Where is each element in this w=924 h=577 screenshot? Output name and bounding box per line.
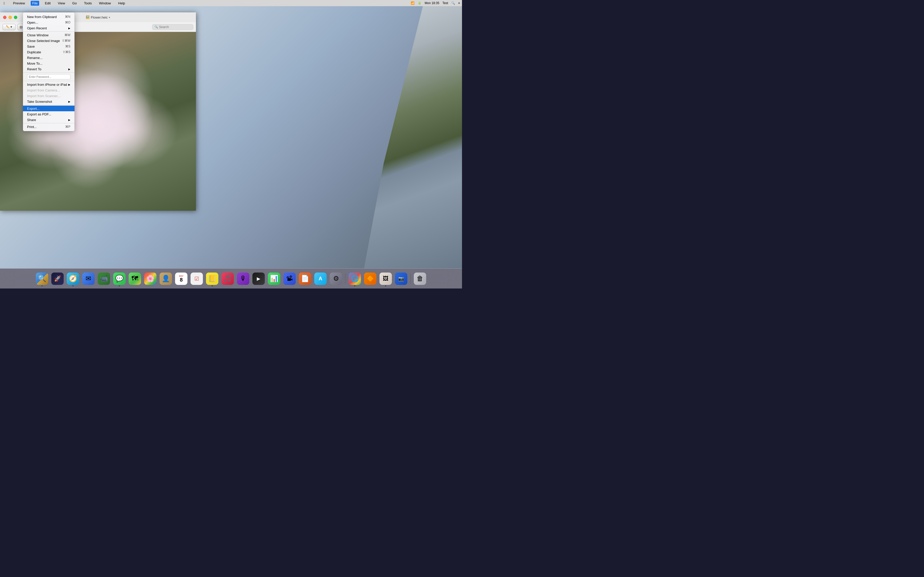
dock-item-messages[interactable]: 💬	[112, 271, 127, 286]
dock-separator	[345, 274, 346, 284]
menu-item-open-recent[interactable]: Open Recent ▶	[23, 25, 74, 31]
dock-separator-2	[410, 274, 411, 284]
menu-section-file-ops: Close Window ⌘W Close Selected Image ⇧⌘W…	[23, 31, 74, 73]
dock-item-settings[interactable]: ⚙	[329, 271, 343, 286]
search-input[interactable]	[159, 25, 191, 29]
menu-item-rename[interactable]: Rename...	[23, 55, 74, 61]
dock-item-numbers[interactable]: 📊	[267, 271, 281, 286]
search-icon[interactable]: 🔍	[451, 1, 455, 5]
dock-item-preview[interactable]: 🖼	[378, 271, 393, 286]
safari-dot	[73, 285, 73, 287]
dock-item-reminders[interactable]: ☑	[189, 271, 204, 286]
photos-icon: 🌸	[144, 272, 157, 285]
menu-item-close-window[interactable]: Close Window ⌘W	[23, 32, 74, 38]
chrome-icon: 🌐	[349, 272, 361, 285]
markup-button[interactable]: ✏️ ▾	[3, 24, 16, 30]
dock-item-maps[interactable]: 🗺	[128, 271, 142, 286]
close-button[interactable]	[3, 16, 6, 19]
dock-item-quicktime[interactable]: 📷	[394, 271, 409, 286]
password-input-area	[23, 73, 74, 81]
keynote-icon: 📽	[283, 272, 296, 285]
pages-icon: 📄	[299, 272, 311, 285]
messages-icon: 💬	[113, 272, 126, 285]
menu-item-share[interactable]: Share ▶	[23, 117, 74, 122]
menu-item-duplicate[interactable]: Duplicate ⇧⌘S	[23, 49, 74, 55]
vlc-icon: 🔶	[364, 272, 376, 285]
user-display: Test	[443, 1, 448, 5]
wifi-icon: 📶	[411, 1, 415, 5]
dock-item-chrome[interactable]: 🌐	[347, 271, 362, 286]
dock-item-mail[interactable]: ✉	[81, 271, 96, 286]
dock-item-launchpad[interactable]: 🚀	[50, 271, 65, 286]
menu-item-export-pdf[interactable]: Export as PDF...	[23, 111, 74, 117]
dock-item-finder[interactable]: 🔍	[35, 271, 49, 286]
menu-item-open[interactable]: Open... ⌘O	[23, 19, 74, 25]
window-title: Flower.heic	[91, 15, 108, 19]
numbers-icon: 📊	[268, 272, 280, 285]
menu-view[interactable]: View	[56, 1, 66, 6]
menu-window[interactable]: Window	[97, 1, 112, 6]
appletv-icon: ▶	[252, 272, 265, 285]
dock-item-appstore[interactable]: A	[313, 271, 328, 286]
menu-help[interactable]: Help	[116, 1, 127, 6]
dock-item-appletv[interactable]: ▶	[251, 271, 266, 286]
menu-item-move-to[interactable]: Move To...	[23, 61, 74, 66]
music-icon: 🎵	[221, 272, 234, 285]
notes-dot	[212, 285, 213, 287]
settings-icon: ⚙	[330, 272, 342, 285]
launchpad-icon: 🚀	[51, 272, 64, 285]
notes-icon: 📒	[206, 272, 218, 285]
title-chevron: ▾	[109, 16, 110, 19]
dock: 🔍 🚀 🧭 ✉ 📹 💬 🗺 🌸 👤 MAY8 ☑ 📒 🎵	[0, 268, 462, 288]
menu-item-revert-to[interactable]: Revert To ▶	[23, 66, 74, 72]
dock-item-safari[interactable]: 🧭	[66, 271, 80, 286]
messages-dot	[119, 285, 120, 287]
menu-preview[interactable]: Preview	[11, 1, 27, 6]
menu-bar:  Preview File Edit View Go Tools Window…	[0, 0, 462, 6]
menu-item-export[interactable]: Export...	[23, 106, 74, 111]
menu-item-import-iphone[interactable]: Import from iPhone or iPad ▶	[23, 82, 74, 87]
dock-item-trash[interactable]: 🗑	[413, 271, 427, 286]
dock-item-calendar[interactable]: MAY8	[174, 271, 189, 286]
reminders-icon: ☑	[191, 272, 203, 285]
dock-item-keynote[interactable]: 📽	[282, 271, 297, 286]
quicktime-icon: 📷	[395, 272, 407, 285]
search-box[interactable]: 🔍	[152, 24, 193, 30]
dock-item-podcasts[interactable]: 🎙	[236, 271, 250, 286]
minimize-button[interactable]	[8, 16, 12, 19]
time-display: Mon 18:35	[425, 1, 439, 5]
password-input[interactable]	[27, 74, 70, 79]
maximize-button[interactable]	[14, 16, 17, 19]
menu-go[interactable]: Go	[71, 1, 78, 6]
menu-item-save[interactable]: Save ⌘S	[23, 44, 74, 49]
finder-dot	[42, 285, 42, 287]
menu-edit[interactable]: Edit	[43, 1, 52, 6]
finder-icon: 🔍	[36, 272, 48, 285]
menu-item-print[interactable]: Print... ⌘P	[23, 124, 74, 130]
menu-tools[interactable]: Tools	[82, 1, 93, 6]
safari-icon: 🧭	[67, 272, 79, 285]
menu-section-export: Export... Export as PDF... Share ▶	[23, 105, 74, 123]
trash-icon: 🗑	[414, 272, 426, 285]
dock-item-contacts[interactable]: 👤	[158, 271, 173, 286]
apple-menu[interactable]: 	[2, 1, 6, 6]
calendar-icon: MAY8	[175, 272, 187, 285]
maps-icon: 🗺	[129, 272, 141, 285]
control-center-icon[interactable]: ≡	[458, 1, 460, 5]
dock-item-vlc[interactable]: 🔶	[363, 271, 378, 286]
dock-item-photos[interactable]: 🌸	[143, 271, 158, 286]
menu-item-new-clipboard[interactable]: New from Clipboard ⌘N	[23, 14, 74, 19]
menu-item-take-screenshot[interactable]: Take Screenshot ▶	[23, 99, 74, 104]
dock-item-music[interactable]: 🎵	[220, 271, 235, 286]
dock-item-pages[interactable]: 📄	[298, 271, 312, 286]
window-controls	[3, 16, 17, 19]
menu-item-import-camera: Import from Camera...	[23, 87, 74, 93]
menu-item-close-selected[interactable]: Close Selected Image ⇧⌘W	[23, 38, 74, 44]
search-icon-small: 🔍	[154, 25, 158, 29]
menu-bar-right: 📶 🔋 Mon 18:35 Test 🔍 ≡	[411, 1, 460, 5]
menu-file[interactable]: File	[31, 1, 39, 6]
menu-item-import-scanner: Import from Scanner...	[23, 93, 74, 99]
dock-item-notes[interactable]: 📒	[205, 271, 220, 286]
dock-item-facetime[interactable]: 📹	[97, 271, 111, 286]
facetime-icon: 📹	[98, 272, 110, 285]
